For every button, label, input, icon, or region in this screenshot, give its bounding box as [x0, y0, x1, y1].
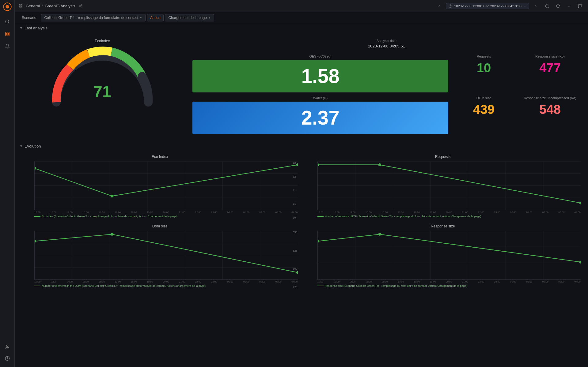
- svg-point-8: [6, 345, 8, 346]
- zoom-out-button[interactable]: [543, 2, 551, 10]
- eco-index-chart-container: 7171717070: [22, 161, 298, 219]
- dom-size-svg: [35, 231, 298, 279]
- eco-index-x-labels: 12:0013:0014:0015:0016:00 17:0018:0019:0…: [34, 211, 298, 214]
- svg-point-2: [6, 20, 9, 23]
- ges-value-box: 1.58: [192, 60, 448, 92]
- breadcrumb-page: GreenIT-Analysis: [45, 4, 75, 8]
- svg-point-47: [318, 163, 319, 166]
- water-value-box: 2.37: [192, 102, 448, 134]
- requests-legend: Number of requests HTTP (Scenario-Collec…: [317, 214, 581, 219]
- svg-rect-7: [8, 34, 9, 36]
- response-size-y-labels: 550525500475: [293, 231, 298, 289]
- settings-button[interactable]: [565, 2, 573, 10]
- svg-rect-13: [19, 6, 20, 8]
- ges-label: GES (gC02eq): [192, 54, 448, 58]
- dom-size-value: 439: [473, 102, 495, 117]
- ges-value: 1.58: [301, 65, 340, 88]
- app-logo[interactable]: [3, 2, 12, 12]
- filter-tab-action[interactable]: Action: [147, 14, 164, 21]
- last-analysis-grid: Ecoindex: [20, 34, 583, 137]
- svg-rect-12: [21, 4, 22, 6]
- dom-size-chart-container: 441441440440439: [22, 231, 298, 289]
- eco-index-chart-area: [34, 161, 298, 210]
- analysis-date-label: Analysis date: [195, 39, 578, 43]
- svg-point-1: [6, 5, 9, 8]
- response-size-chart-panel: Response size 550525500475: [303, 222, 583, 289]
- dom-size-x-labels: 12:0013:0014:0015:0016:00 17:0018:0019:0…: [34, 280, 298, 283]
- filter-collectif-label: Collectif GreenIT.fr - remplissage du fo…: [44, 16, 138, 20]
- requests-card: Requests 10: [453, 54, 514, 75]
- ecoindex-gauge-container: Ecoindex: [20, 34, 185, 137]
- filter-dropdown-chargement[interactable]: Chargement de la page ▼: [165, 14, 214, 21]
- sidebar-icon-help[interactable]: [2, 353, 13, 364]
- dom-size-legend: Number of elements in the DOM (Scenario-…: [34, 283, 298, 289]
- svg-point-34: [35, 167, 36, 170]
- response-size-chart-title: Response size: [305, 224, 581, 228]
- evolution-title: Evolution: [25, 144, 41, 148]
- time-prev-button[interactable]: [435, 2, 443, 10]
- sidebar-icon-dashboards[interactable]: [2, 28, 13, 39]
- requests-y-labels: 1212111110: [293, 161, 296, 219]
- water-section: Water (cl) 2.37: [192, 96, 448, 134]
- breadcrumb: General / GreenIT-Analysis: [18, 4, 432, 8]
- share-button[interactable]: [576, 2, 584, 10]
- time-range-picker[interactable]: 2023-12-05 12:00:00 to 2023-12-06 04:10:…: [446, 3, 529, 9]
- breadcrumb-general[interactable]: General: [26, 4, 40, 8]
- response-size-chart-area: [317, 231, 581, 280]
- content-area: ▼ Last analysis Ecoindex: [15, 23, 588, 367]
- svg-point-36: [296, 163, 298, 166]
- ecoindex-label: Ecoindex: [95, 39, 110, 43]
- filter-chargement-label: Chargement de la page: [168, 16, 207, 20]
- charts-grid: Eco Index 7171717070: [20, 152, 583, 289]
- main-content: General / GreenIT-Analysis 2023-12-05 12…: [15, 0, 588, 367]
- topbar: General / GreenIT-Analysis 2023-12-05 12…: [15, 0, 588, 12]
- response-size-x-labels: 12:0013:0014:0015:0016:00 17:0018:0019:0…: [317, 280, 581, 283]
- chevron-down-icon: ▼: [139, 16, 142, 19]
- analysis-date-value: 2023-12-06 04:05:51: [195, 44, 578, 48]
- eco-index-svg: [35, 161, 298, 210]
- response-size-svg: [318, 231, 581, 279]
- collapse-icon: ▼: [20, 26, 23, 30]
- sidebar-icon-search[interactable]: [2, 16, 13, 27]
- evolution-header[interactable]: ▼ Evolution: [20, 144, 583, 148]
- sidebar-icon-alerts[interactable]: [2, 41, 13, 52]
- water-value: 2.37: [301, 107, 340, 129]
- requests-chart-container: 1212111110: [305, 161, 581, 219]
- requests-label: Requests: [477, 54, 491, 58]
- eco-index-legend: Ecoindex (Scenario-Collectif GreenIT.fr …: [34, 214, 298, 219]
- response-uncompressed-card: Response size uncompressed (Ko) 548: [519, 96, 581, 117]
- response-uncompressed-label: Response size uncompressed (Ko): [524, 96, 576, 100]
- topbar-right: 2023-12-05 12:00:00 to 2023-12-06 04:10:…: [435, 2, 584, 10]
- dom-size-chart-panel: Dom size 441441440440439: [20, 222, 300, 289]
- svg-rect-5: [8, 32, 9, 34]
- eco-index-chart-title: Eco Index: [22, 155, 298, 159]
- svg-point-15: [81, 4, 82, 5]
- svg-line-22: [548, 7, 549, 8]
- last-analysis-header[interactable]: ▼ Last analysis: [20, 26, 583, 30]
- eco-index-chart-panel: Eco Index 7171717070: [20, 152, 300, 219]
- svg-point-48: [378, 163, 381, 166]
- analysis-date-block: Analysis date 2023-12-06 04:05:51: [192, 36, 581, 51]
- svg-point-35: [111, 195, 114, 197]
- time-next-button[interactable]: [532, 2, 540, 10]
- ecoindex-value: 71: [93, 82, 111, 101]
- filter-tab-scenario[interactable]: Scenario: [18, 14, 40, 21]
- refresh-button[interactable]: [554, 2, 562, 10]
- sidebar-icon-user[interactable]: [2, 341, 13, 352]
- requests-svg: [318, 161, 581, 210]
- svg-rect-14: [21, 6, 22, 8]
- last-analysis-title: Last analysis: [25, 26, 47, 30]
- response-size-value: 477: [539, 61, 561, 75]
- response-size-label: Response size (Ko): [535, 54, 565, 58]
- svg-line-19: [80, 5, 81, 6]
- last-analysis-section: ▼ Last analysis Ecoindex: [20, 26, 583, 137]
- svg-rect-6: [6, 34, 7, 36]
- filter-dropdown-collectif[interactable]: Collectif GreenIT.fr - remplissage du fo…: [41, 14, 146, 21]
- svg-line-18: [80, 6, 81, 7]
- svg-line-3: [8, 23, 9, 24]
- sidebar: [0, 0, 15, 367]
- response-size-card: Response size (Ko) 477: [519, 54, 581, 75]
- filterbar: Scenario Collectif GreenIT.fr - rempliss…: [15, 12, 588, 23]
- requests-value: 10: [477, 61, 491, 75]
- svg-point-72: [318, 240, 319, 243]
